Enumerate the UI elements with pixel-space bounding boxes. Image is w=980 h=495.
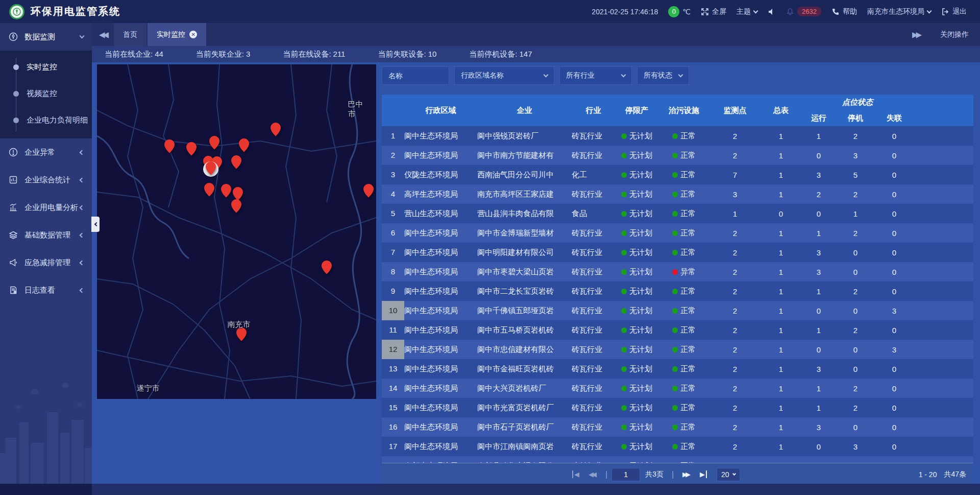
map-pin-icon[interactable] <box>209 135 219 150</box>
speaker-icon <box>768 8 776 16</box>
cell-meter-count: 1 <box>761 146 801 165</box>
region-filter-select[interactable]: 行政区域名称 <box>454 66 554 85</box>
table-row[interactable]: 15阆中生态环境局阆中市光富页岩机砖厂砖瓦行业无计划正常21120 <box>382 398 973 417</box>
sidebar-collapse-button[interactable] <box>91 217 100 232</box>
cell-row-number: 13 <box>382 359 404 379</box>
cell-run-count: 2 <box>801 184 836 204</box>
map-pin-icon[interactable] <box>221 183 231 198</box>
table-row[interactable]: 8阆中生态环境局阆中市枣碧大梁山页岩砖瓦行业无计划异常21300 <box>382 262 973 281</box>
page-number-input[interactable] <box>611 468 640 481</box>
cell-lost-count: 0 <box>875 146 914 165</box>
industry-filter-select[interactable]: 所有行业 <box>559 66 632 85</box>
sidebar-item-5[interactable]: 基础数据管理 <box>0 221 92 249</box>
cell-treatment-status: 正常 <box>658 165 709 184</box>
table-row[interactable]: 13阆中生态环境局阆中市金福旺页岩机砖砖瓦行业无计划正常21300 <box>382 359 973 379</box>
last-page-button[interactable]: ▶ <box>700 470 707 478</box>
cell-meter-count: 1 <box>761 184 801 204</box>
cell-production-status: 无计划 <box>615 223 658 243</box>
status-dot-icon <box>621 192 627 197</box>
status-filter-select[interactable]: 所有状态 <box>637 66 689 85</box>
cell-company: 阆中大兴页岩机砖厂 <box>477 379 572 398</box>
cell-row-number: 7 <box>382 243 404 262</box>
map-pin-icon[interactable] <box>363 183 374 198</box>
cell-region: 阆中生态环境局 <box>404 340 477 359</box>
sidebar-item-4[interactable]: 企业用电量分析 <box>0 194 92 221</box>
cell-run-count: 3 <box>801 243 836 262</box>
cell-run-count: 3 <box>801 262 836 281</box>
logout-button[interactable]: 退出 <box>941 7 967 16</box>
user-menu[interactable]: 南充市生态环境局 <box>867 7 931 16</box>
first-page-button[interactable]: ◀ <box>572 470 579 478</box>
table-row[interactable]: 3仪陇生态环境局西南油气田分公司川中化工无计划正常71350 <box>382 165 973 184</box>
status-dot-icon <box>621 444 627 450</box>
table-row[interactable]: 1阆中生态环境局阆中强锐页岩砖厂砖瓦行业无计划正常21120 <box>382 126 973 146</box>
page-size-select[interactable]: 20 <box>717 468 740 481</box>
table-row[interactable]: 16阆中生态环境局阆中市石子页岩机砖厂砖瓦行业无计划正常21300 <box>382 417 973 437</box>
cell-production-status: 无计划 <box>615 262 658 281</box>
tab-实时监控[interactable]: 实时监控✕ <box>148 23 206 46</box>
table-row[interactable]: 17阆中生态环境局阆中市江南镇阆南页岩砖瓦行业无计划正常21030 <box>382 437 973 456</box>
map-pin-icon[interactable] <box>186 142 197 156</box>
table-row[interactable]: 11阆中生态环境局阆中市五马桥页岩机砖砖瓦行业无计划正常21120 <box>382 320 973 340</box>
sidebar-item-7[interactable]: 日志查看 <box>0 276 92 304</box>
cell-lost-count: 0 <box>875 223 914 243</box>
table-row[interactable]: 4高坪生态环境局南充市高坪区王家店建砖瓦行业无计划正常31220 <box>382 184 973 204</box>
sidebar-item-2[interactable]: 企业异常 <box>0 138 92 166</box>
tab-close-icon[interactable]: ✕ <box>189 31 197 38</box>
stat-item: 当前在线企业:44 <box>105 50 163 59</box>
prev-page-button[interactable]: ◀◀ <box>589 470 597 478</box>
tab-scroll-right-button[interactable]: ▶▶ <box>905 30 927 39</box>
table-row[interactable]: 2阆中生态环境局阆中市南方节能建材有砖瓦行业无计划正常21030 <box>382 146 973 165</box>
notifications-button[interactable]: 2632 <box>786 7 821 16</box>
stat-label: 当前停机设备: <box>469 50 517 58</box>
sidebar-item-3[interactable]: 企业综合统计 <box>0 166 92 194</box>
stat-item: 当前在线设备:211 <box>283 50 345 59</box>
cell-industry: 砖瓦行业 <box>572 301 615 320</box>
cell-industry: 砖瓦行业 <box>572 437 615 456</box>
bell-icon <box>786 8 794 16</box>
table-row[interactable]: 9阆中生态环境局阆中市二龙长宝页岩砖砖瓦行业无计划正常21120 <box>382 281 973 301</box>
stat-item: 当前失联企业:3 <box>196 50 251 59</box>
cell-industry: 砖瓦行业 <box>572 320 615 340</box>
map-pin-icon[interactable] <box>231 199 241 213</box>
table-row[interactable]: 10阆中生态环境局阆中千佛镇五郎垭页岩砖瓦行业无计划正常21003 <box>382 301 973 320</box>
app-window: 环保用电监管系统 2021-02-25 17:46:18 0 ℃ 全屏 主题 2… <box>0 0 980 495</box>
sidebar-item-6[interactable]: 应急减排管理 <box>0 249 92 276</box>
cell-industry: 砖瓦行业 <box>572 340 615 359</box>
table-row[interactable]: 6阆中生态环境局阆中市金博瑞新型墙材砖瓦行业无计划正常21120 <box>382 223 973 243</box>
cell-production-status: 无计划 <box>615 379 658 398</box>
map-pin-icon[interactable] <box>231 155 241 169</box>
map-pin-icon[interactable] <box>239 138 249 152</box>
cell-monitor-count: 2 <box>709 398 761 417</box>
next-page-button[interactable]: ▶▶ <box>682 470 691 478</box>
map-pin-icon[interactable] <box>206 161 216 175</box>
tab-首页[interactable]: 首页 <box>114 23 146 46</box>
table-row[interactable]: 12阆中生态环境局阆中市忠信建材有限公砖瓦行业无计划正常21003 <box>382 340 973 359</box>
sidebar-item-1[interactable]: 数据监测 <box>0 23 92 51</box>
table-row[interactable]: 7阆中生态环境局阆中明阳建材有限公司砖瓦行业无计划正常21300 <box>382 243 973 262</box>
fullscreen-button[interactable]: 全屏 <box>701 7 726 16</box>
table-row[interactable]: 14阆中生态环境局阆中大兴页岩机砖厂砖瓦行业无计划正常21120 <box>382 379 973 398</box>
sidebar-subitem[interactable]: 视频监控 <box>0 80 92 107</box>
map-pin-icon[interactable] <box>322 260 332 274</box>
map-panel[interactable]: 巴中市南充市遂宁市 <box>97 64 376 399</box>
status-dot-icon <box>672 172 678 178</box>
map-pin-icon[interactable] <box>164 139 175 153</box>
sidebar-subitem[interactable]: 实时监控 <box>0 54 92 80</box>
cell-monitor-count: 7 <box>709 165 761 184</box>
cell-treatment-status: 正常 <box>658 398 709 417</box>
sound-toggle[interactable] <box>768 8 776 16</box>
map-pin-icon[interactable] <box>204 182 214 197</box>
theme-menu[interactable]: 主题 <box>737 7 757 16</box>
stat-value: 44 <box>155 50 163 58</box>
status-dot-icon <box>672 192 678 197</box>
cell-meter-count: 1 <box>761 417 801 437</box>
close-operations-button[interactable]: 关闭操作 <box>940 30 969 39</box>
map-pin-icon[interactable] <box>271 122 281 136</box>
cell-lost-count: 0 <box>875 379 914 398</box>
table-row[interactable]: 5营山生态环境局营山县润丰肉食品有限食品无计划正常10010 <box>382 204 973 223</box>
tab-scroll-left-button[interactable]: ◀◀ <box>92 30 114 39</box>
sidebar-subitem[interactable]: 企业电力负荷明细 <box>0 107 92 133</box>
help-button[interactable]: 帮助 <box>831 7 857 16</box>
name-filter-input[interactable] <box>382 66 449 85</box>
